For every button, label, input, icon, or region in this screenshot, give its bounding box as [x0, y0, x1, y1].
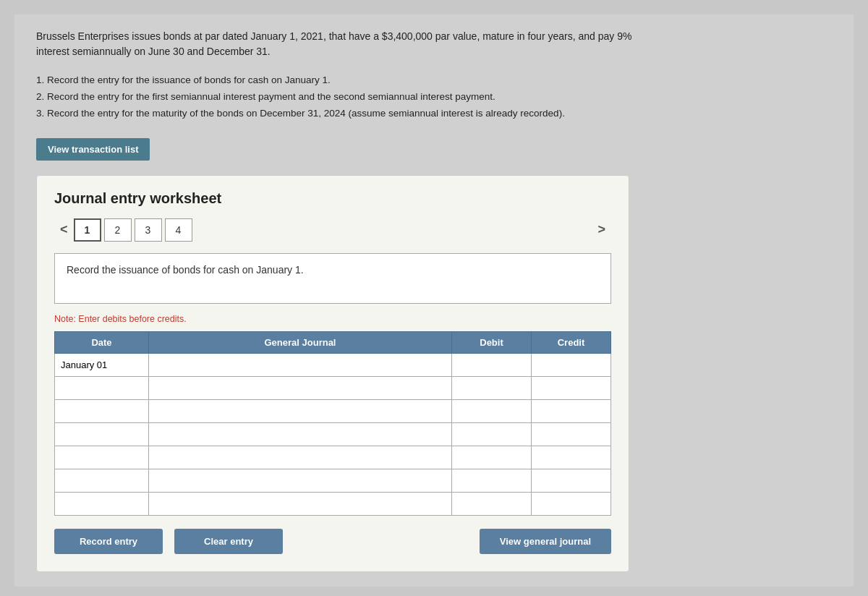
journal-cell-6[interactable] [149, 469, 452, 492]
debit-cell-4[interactable] [452, 422, 532, 446]
credit-cell-5[interactable] [532, 446, 611, 469]
worksheet-title: Journal entry worksheet [54, 190, 611, 207]
journal-cell-1[interactable] [149, 353, 452, 376]
debit-cell-3[interactable] [452, 399, 532, 422]
intro-text: Brussels Enterprises issues bonds at par… [36, 29, 832, 59]
date-cell-1: January 01 [55, 353, 149, 376]
debit-cell-6[interactable] [452, 469, 532, 492]
table-row [55, 376, 611, 399]
view-transaction-list-button[interactable]: View transaction list [36, 138, 150, 161]
instruction-1: 1. Record the entry for the issuance of … [36, 72, 832, 89]
table-row [55, 399, 611, 422]
tab-3[interactable]: 3 [135, 218, 162, 242]
debit-cell-5[interactable] [452, 446, 532, 469]
date-cell-6 [55, 469, 149, 492]
intro-line2: interest semiannually on June 30 and Dec… [36, 46, 271, 57]
credit-cell-4[interactable] [532, 422, 611, 446]
note-text: Note: Enter debits before credits. [54, 314, 611, 324]
credit-cell-2[interactable] [532, 376, 611, 399]
journal-table: Date General Journal Debit Credit [54, 331, 611, 516]
journal-cell-4[interactable] [149, 422, 452, 446]
table-row [55, 422, 611, 446]
worksheet-card: Journal entry worksheet < 1 2 3 4 > Reco… [36, 175, 629, 572]
debit-cell-7[interactable] [452, 492, 532, 515]
tab-4[interactable]: 4 [165, 218, 192, 242]
credit-cell-6[interactable] [532, 469, 611, 492]
date-cell-7 [55, 492, 149, 515]
view-general-journal-button[interactable]: View general journal [480, 529, 611, 554]
tab-navigation: < 1 2 3 4 > [54, 218, 611, 242]
page-container: Brussels Enterprises issues bonds at par… [14, 14, 854, 587]
instructions: 1. Record the entry for the issuance of … [36, 72, 832, 122]
header-debit: Debit [452, 331, 532, 353]
credit-cell-1[interactable] [532, 353, 611, 376]
header-credit: Credit [532, 331, 611, 353]
instruction-2: 2. Record the entry for the first semian… [36, 89, 832, 106]
entry-instruction-box: Record the issuance of bonds for cash on… [54, 253, 611, 304]
date-cell-2 [55, 376, 149, 399]
date-cell-5 [55, 446, 149, 469]
action-buttons-row: Record entry Clear entry View general jo… [54, 529, 611, 554]
table-row: January 01 [55, 353, 611, 376]
entry-instruction-text: Record the issuance of bonds for cash on… [67, 264, 304, 276]
record-entry-button[interactable]: Record entry [54, 529, 163, 554]
tab-2[interactable]: 2 [104, 218, 132, 242]
intro-line1: Brussels Enterprises issues bonds at par… [36, 30, 631, 42]
date-cell-4 [55, 422, 149, 446]
date-cell-3 [55, 399, 149, 422]
journal-cell-5[interactable] [149, 446, 452, 469]
prev-tab-arrow[interactable]: < [54, 219, 74, 240]
next-tab-arrow[interactable]: > [592, 219, 611, 240]
journal-cell-2[interactable] [149, 376, 452, 399]
credit-cell-7[interactable] [532, 492, 611, 515]
table-row [55, 469, 611, 492]
header-date: Date [55, 331, 149, 353]
table-row [55, 446, 611, 469]
tab-1[interactable]: 1 [74, 218, 101, 242]
header-general-journal: General Journal [149, 331, 452, 353]
instruction-3: 3. Record the entry for the maturity of … [36, 106, 832, 122]
clear-entry-button[interactable]: Clear entry [174, 529, 283, 554]
table-row [55, 492, 611, 515]
debit-cell-1[interactable] [452, 353, 532, 376]
journal-cell-3[interactable] [149, 399, 452, 422]
credit-cell-3[interactable] [532, 399, 611, 422]
journal-cell-7[interactable] [149, 492, 452, 515]
debit-cell-2[interactable] [452, 376, 532, 399]
